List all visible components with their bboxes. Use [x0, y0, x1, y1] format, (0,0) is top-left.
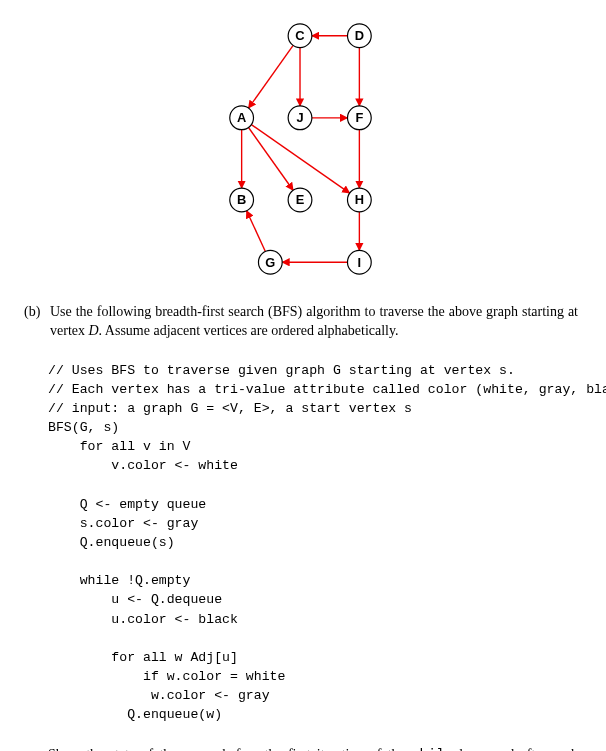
edge-A-E — [249, 127, 294, 190]
node-F: F — [347, 106, 371, 130]
node-E: E — [288, 188, 312, 212]
edge-A-H — [251, 125, 349, 194]
svg-text:A: A — [237, 110, 246, 125]
graph-svg: ABCDEFGHIJ — [181, 10, 421, 285]
svg-text:C: C — [295, 28, 304, 43]
svg-text:B: B — [237, 192, 246, 207]
svg-text:E: E — [296, 192, 305, 207]
instruction-pre: Show the state of the queue before the f… — [48, 747, 411, 751]
svg-text:H: H — [355, 192, 364, 207]
node-D: D — [347, 24, 371, 48]
while-keyword: while — [411, 747, 453, 751]
svg-text:I: I — [358, 255, 362, 270]
node-C: C — [288, 24, 312, 48]
svg-text:J: J — [296, 110, 303, 125]
graph-figure: ABCDEFGHIJ — [24, 10, 578, 285]
question-text-post: . Assume adjacent vertices are ordered a… — [99, 323, 399, 338]
edge-G-B — [247, 211, 266, 252]
edge-C-A — [249, 45, 294, 108]
question-label: (b) — [24, 303, 50, 341]
svg-text:F: F — [355, 110, 363, 125]
instruction-text: Show the state of the queue before the f… — [48, 746, 578, 751]
node-I: I — [347, 250, 371, 274]
bfs-pseudocode: // Uses BFS to traverse given graph G st… — [48, 361, 578, 725]
node-G: G — [258, 250, 282, 274]
svg-text:G: G — [265, 255, 275, 270]
question-text: Use the following breadth-first search (… — [50, 303, 578, 341]
start-vertex: D — [88, 323, 98, 338]
node-B: B — [230, 188, 254, 212]
node-H: H — [347, 188, 371, 212]
question-b: (b) Use the following breadth-first sear… — [24, 303, 578, 341]
node-J: J — [288, 106, 312, 130]
svg-text:D: D — [355, 28, 364, 43]
node-A: A — [230, 106, 254, 130]
